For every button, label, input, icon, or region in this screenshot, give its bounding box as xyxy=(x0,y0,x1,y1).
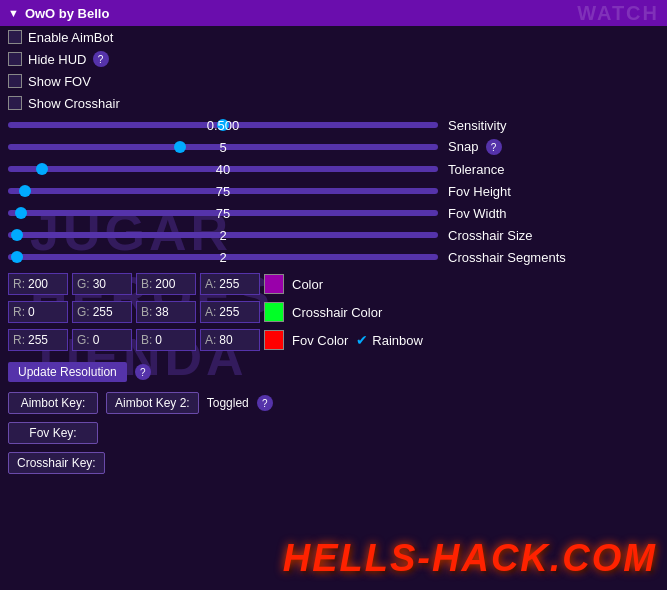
toggled-help-icon[interactable]: ? xyxy=(257,395,273,411)
fov-color-label: Fov Color xyxy=(288,333,348,348)
titlebar: ▼ OwO by Bello WATCH xyxy=(0,0,667,26)
slider-crosshair-segments-track[interactable] xyxy=(8,254,438,260)
slider-crosshair-size-row: 2 Crosshair Size xyxy=(0,224,667,246)
fov-key-row: Fov Key: xyxy=(8,420,659,446)
aimbot-label: Enable AimBot xyxy=(28,30,113,45)
crosshair-color-a-field[interactable]: A: 255 xyxy=(200,301,260,323)
slider-crosshair-size-thumb[interactable] xyxy=(11,229,23,241)
slider-fov-height-track[interactable] xyxy=(8,188,438,194)
slider-sensitivity-thumb[interactable] xyxy=(217,119,229,131)
slider-snap-row: 5 Snap ? xyxy=(0,136,667,158)
color-row: R: 200 G: 30 B: 200 A: 255 Color xyxy=(0,270,667,298)
show-fov-label: Show FOV xyxy=(28,74,91,89)
color-g-field[interactable]: G: 30 xyxy=(72,273,132,295)
slider-fov-width-thumb[interactable] xyxy=(15,207,27,219)
toggle-section: Enable AimBot Hide HUD ? Show FOV Show C… xyxy=(0,26,667,114)
aimbot-key2-button[interactable]: Aimbot Key 2: xyxy=(106,392,199,414)
crosshair-color-label: Crosshair Color xyxy=(288,305,382,320)
crosshair-key-button[interactable]: Crosshair Key: xyxy=(8,452,105,474)
slider-sensitivity-wrapper: 0.500 xyxy=(8,114,438,136)
toggled-label: Toggled xyxy=(207,396,249,410)
slider-fov-width-label: Fov Width xyxy=(438,206,659,221)
color-a-field[interactable]: A: 255 xyxy=(200,273,260,295)
slider-section: 0.500 Sensitivity 5 Snap ? 40 xyxy=(0,114,667,268)
slider-snap-track[interactable] xyxy=(8,144,438,150)
toggle-hide-hud-row: Hide HUD ? xyxy=(0,48,667,70)
slider-tolerance-thumb[interactable] xyxy=(36,163,48,175)
update-resolution-row: Update Resolution ? xyxy=(0,356,667,388)
slider-snap-label: Snap ? xyxy=(438,139,659,156)
fov-color-swatch[interactable] xyxy=(264,330,284,350)
hells-hack-watermark: HELLS-HACK.COM xyxy=(283,537,657,580)
slider-sensitivity-track[interactable] xyxy=(8,122,438,128)
fov-color-g-field[interactable]: G: 0 xyxy=(72,329,132,351)
overwatch-logo: WATCH xyxy=(569,0,667,27)
slider-fov-width-row: 75 Fov Width xyxy=(0,202,667,224)
slider-fov-height-thumb[interactable] xyxy=(19,185,31,197)
color-b-field[interactable]: B: 200 xyxy=(136,273,196,295)
title-text: OwO by Bello xyxy=(25,6,110,21)
color-r-field[interactable]: R: 200 xyxy=(8,273,68,295)
slider-tolerance-row: 40 Tolerance xyxy=(0,158,667,180)
snap-help-icon[interactable]: ? xyxy=(486,139,502,155)
keybind-section: Aimbot Key: Aimbot Key 2: Toggled ? Fov … xyxy=(0,388,667,478)
toggle-aimbot-row: Enable AimBot xyxy=(0,26,667,48)
slider-crosshair-segments-row: 2 Crosshair Segments xyxy=(0,246,667,268)
color-label: Color xyxy=(288,277,323,292)
slider-fov-height-wrapper: 75 xyxy=(8,180,438,202)
slider-fov-height-label: Fov Height xyxy=(438,184,659,199)
slider-fov-width-track[interactable] xyxy=(8,210,438,216)
slider-crosshair-size-wrapper: 2 xyxy=(8,224,438,246)
toggle-show-fov-row: Show FOV xyxy=(0,70,667,92)
rainbow-label: Rainbow xyxy=(372,333,423,348)
show-crosshair-checkbox[interactable] xyxy=(8,96,22,110)
slider-snap-thumb[interactable] xyxy=(174,141,186,153)
crosshair-color-row: R: 0 G: 255 B: 38 A: 255 Crosshair Color xyxy=(0,298,667,326)
slider-tolerance-track[interactable] xyxy=(8,166,438,172)
fov-color-row: R: 255 G: 0 B: 0 A: 80 Fov Color ✔ Rainb… xyxy=(0,326,667,354)
slider-crosshair-segments-wrapper: 2 xyxy=(8,246,438,268)
update-resolution-help-icon[interactable]: ? xyxy=(135,364,151,380)
color-swatch[interactable] xyxy=(264,274,284,294)
crosshair-color-b-field[interactable]: B: 38 xyxy=(136,301,196,323)
aimbot-key-row: Aimbot Key: Aimbot Key 2: Toggled ? xyxy=(8,390,659,416)
slider-fov-height-row: 75 Fov Height xyxy=(0,180,667,202)
crosshair-color-swatch[interactable] xyxy=(264,302,284,322)
main-panel: ▼ OwO by Bello WATCH Enable AimBot Hide … xyxy=(0,0,667,590)
slider-snap-wrapper: 5 xyxy=(8,136,438,158)
fov-color-r-field[interactable]: R: 255 xyxy=(8,329,68,351)
hide-hud-help-icon[interactable]: ? xyxy=(93,51,109,67)
rainbow-checkmark-icon[interactable]: ✔ xyxy=(356,332,368,348)
aimbot-key-button[interactable]: Aimbot Key: xyxy=(8,392,98,414)
show-fov-checkbox[interactable] xyxy=(8,74,22,88)
crosshair-key-row: Crosshair Key: xyxy=(8,450,659,476)
slider-crosshair-segments-thumb[interactable] xyxy=(11,251,23,263)
collapse-arrow-icon[interactable]: ▼ xyxy=(8,7,19,19)
toggle-show-crosshair-row: Show Crosshair xyxy=(0,92,667,114)
crosshair-color-r-field[interactable]: R: 0 xyxy=(8,301,68,323)
slider-sensitivity-label: Sensitivity xyxy=(438,118,659,133)
update-resolution-button[interactable]: Update Resolution xyxy=(8,362,127,382)
slider-crosshair-size-label: Crosshair Size xyxy=(438,228,659,243)
slider-fov-width-wrapper: 75 xyxy=(8,202,438,224)
crosshair-color-g-field[interactable]: G: 255 xyxy=(72,301,132,323)
slider-crosshair-segments-label: Crosshair Segments xyxy=(438,250,659,265)
show-crosshair-label: Show Crosshair xyxy=(28,96,120,111)
slider-tolerance-wrapper: 40 xyxy=(8,158,438,180)
aimbot-checkbox[interactable] xyxy=(8,30,22,44)
fov-color-b-field[interactable]: B: 0 xyxy=(136,329,196,351)
color-section: R: 200 G: 30 B: 200 A: 255 Color R: 0 xyxy=(0,268,667,356)
slider-sensitivity-row: 0.500 Sensitivity xyxy=(0,114,667,136)
slider-tolerance-label: Tolerance xyxy=(438,162,659,177)
slider-crosshair-size-track[interactable] xyxy=(8,232,438,238)
fov-key-button[interactable]: Fov Key: xyxy=(8,422,98,444)
hide-hud-checkbox[interactable] xyxy=(8,52,22,66)
hide-hud-label: Hide HUD xyxy=(28,52,87,67)
fov-color-a-field[interactable]: A: 80 xyxy=(200,329,260,351)
